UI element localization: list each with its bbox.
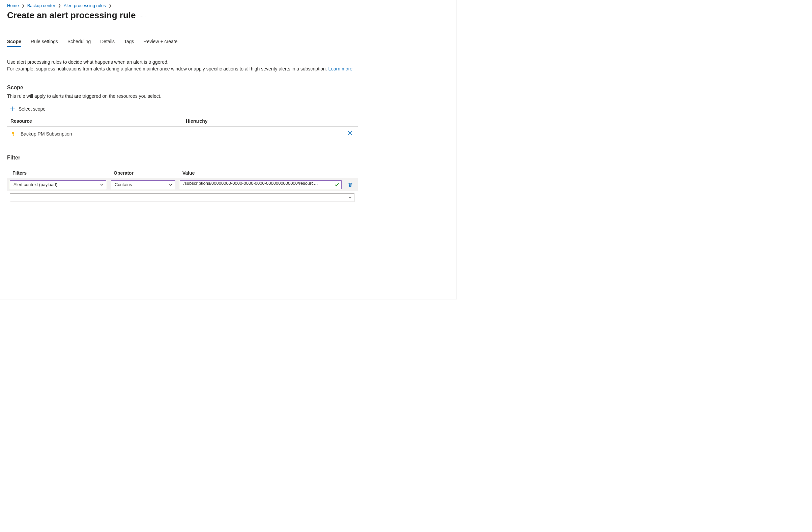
- column-operator: Operator: [114, 170, 178, 176]
- breadcrumb: Home ❯ Backup center ❯ Alert processing …: [7, 3, 450, 8]
- delete-filter-button[interactable]: [346, 182, 354, 188]
- operator-value: Contains: [115, 182, 132, 187]
- filter-block: Filters Operator Value Alert context (pa…: [7, 170, 358, 204]
- chevron-right-icon: ❯: [58, 3, 61, 8]
- column-filters: Filters: [13, 170, 109, 176]
- select-scope-button[interactable]: Select scope: [10, 106, 450, 112]
- description-text: Use alert processing rules to decide wha…: [7, 59, 358, 73]
- key-icon: [11, 131, 16, 136]
- tab-bar: Scope Rule settings Scheduling Details T…: [7, 39, 450, 47]
- scope-heading: Scope: [7, 85, 450, 91]
- chevron-down-icon: [348, 195, 352, 200]
- chevron-down-icon: [100, 183, 104, 187]
- tab-tags[interactable]: Tags: [124, 39, 134, 47]
- chevron-right-icon: ❯: [108, 3, 112, 8]
- learn-more-link[interactable]: Learn more: [328, 66, 352, 72]
- page-title: Create an alert processing rule: [7, 10, 135, 20]
- scope-row: Backup PM Subscription: [7, 127, 358, 141]
- plus-icon: [10, 106, 15, 112]
- add-filter-dropdown[interactable]: [10, 193, 354, 202]
- column-resource: Resource: [11, 118, 186, 124]
- filter-value-text: /subscriptions/00000000-0000-0000-0000-0…: [184, 181, 318, 186]
- tab-details[interactable]: Details: [100, 39, 115, 47]
- tab-scope[interactable]: Scope: [7, 39, 21, 47]
- column-hierarchy: Hierarchy: [186, 118, 354, 124]
- remove-scope-button[interactable]: [346, 130, 354, 138]
- description-line1: Use alert processing rules to decide wha…: [7, 59, 169, 65]
- scope-table: Resource Hierarchy Backup PM Subscriptio…: [7, 116, 358, 141]
- chevron-right-icon: ❯: [21, 3, 25, 8]
- breadcrumb-backup-center[interactable]: Backup center: [27, 3, 55, 8]
- select-scope-label: Select scope: [18, 106, 45, 112]
- filter-type-dropdown[interactable]: Alert context (payload): [10, 180, 106, 189]
- scope-subtext: This rule will apply to alerts that are …: [7, 93, 450, 99]
- description-line2: For example, suppress notifications from…: [7, 66, 328, 72]
- check-icon: [334, 182, 339, 187]
- filter-row: Alert context (payload) Contains /subscr…: [7, 178, 358, 191]
- tab-review-create[interactable]: Review + create: [144, 39, 178, 47]
- column-value: Value: [183, 170, 358, 176]
- breadcrumb-alert-processing-rules[interactable]: Alert processing rules: [64, 3, 106, 8]
- tab-rule-settings[interactable]: Rule settings: [31, 39, 58, 47]
- filter-type-value: Alert context (payload): [14, 182, 57, 187]
- breadcrumb-home[interactable]: Home: [7, 3, 19, 8]
- filter-value-input[interactable]: /subscriptions/00000000-0000-0000-0000-0…: [180, 180, 342, 189]
- svg-rect-2: [13, 135, 14, 135]
- tab-scheduling[interactable]: Scheduling: [68, 39, 91, 47]
- operator-dropdown[interactable]: Contains: [111, 180, 175, 189]
- filter-heading: Filter: [7, 155, 450, 161]
- chevron-down-icon: [169, 183, 173, 187]
- scope-resource-name: Backup PM Subscription: [20, 131, 187, 136]
- more-actions-button[interactable]: ···: [140, 13, 146, 18]
